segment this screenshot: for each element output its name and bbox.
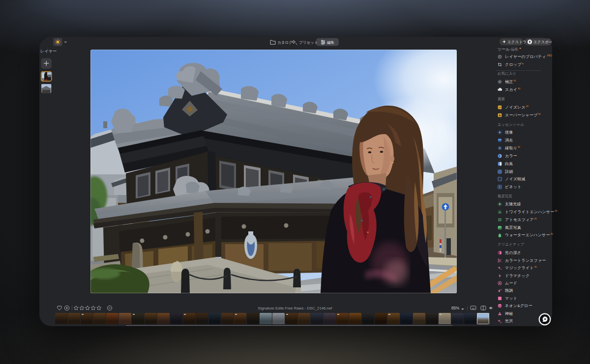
svg-text:エクストラ: エクストラ bbox=[507, 40, 527, 44]
svg-text:カタログ: カタログ bbox=[277, 40, 293, 45]
svg-text:プリセット: プリセット bbox=[299, 40, 318, 45]
svg-text:エクスポート: エクスポート bbox=[533, 40, 552, 44]
svg-text:編集: 編集 bbox=[326, 40, 335, 45]
